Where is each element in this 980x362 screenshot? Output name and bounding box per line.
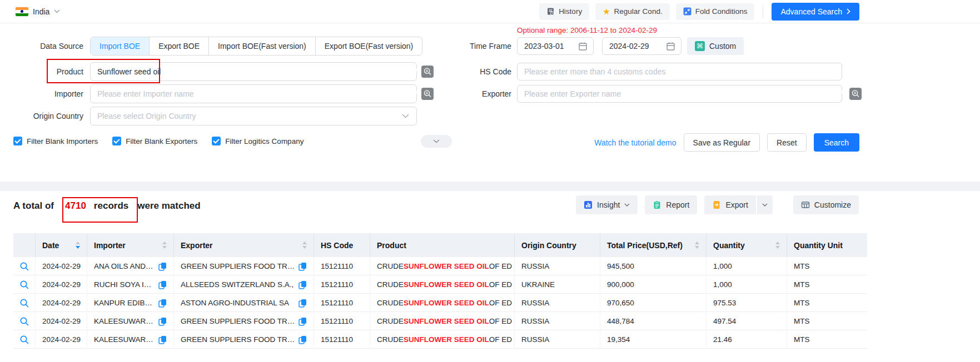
advanced-search-button[interactable]: Advanced Search [772, 3, 859, 21]
tab-export-boe-fast-version-[interactable]: Export BOE(Fast version) [315, 37, 422, 55]
table-row: 2024-02-29RUCHI SOYA INDUALLSEEDS SWITZE… [13, 275, 867, 294]
search-button[interactable]: Search [814, 133, 859, 152]
copy-icon[interactable] [295, 299, 307, 308]
history-button[interactable]: History [539, 3, 589, 20]
sort-icon[interactable] [690, 242, 699, 249]
sort-icon[interactable] [71, 242, 80, 249]
translate-lines [839, 90, 844, 95]
copy-icon[interactable] [155, 262, 167, 271]
save-as-regular-button[interactable]: Save as Regular [684, 133, 760, 152]
checkbox-checked-icon[interactable] [212, 137, 221, 145]
row-detail-search-icon[interactable] [19, 298, 29, 308]
checkbox-filter-blank-importers[interactable]: Filter Blank Importers [13, 137, 98, 145]
export-button[interactable]: Export [704, 195, 755, 214]
copy-icon[interactable] [295, 262, 307, 271]
row-detail-search-icon[interactable] [19, 262, 29, 272]
record-count: 4710 [65, 200, 86, 211]
column-header-total_price[interactable]: Total Price(USD,Ref) [600, 233, 707, 257]
sort-icon[interactable] [298, 242, 307, 249]
cell-date: 2024-02-29 [36, 257, 87, 275]
date-start-input[interactable]: 2023-03-01 [517, 37, 594, 55]
cell-text: GREEN SUPPLIERS FOOD TRADI... [181, 317, 295, 325]
fold-conditions-button[interactable]: Fold Conditions [676, 3, 755, 20]
section-divider [0, 182, 980, 191]
cell-text: KANPUR EDIBLES [94, 299, 155, 307]
copy-icon[interactable] [295, 317, 307, 326]
origin-country-input[interactable] [90, 107, 417, 125]
cell-origin: UKRAINE [515, 275, 600, 294]
row-detail-search-icon[interactable] [19, 335, 29, 345]
batch-search-icon[interactable] [849, 88, 862, 100]
product-input[interactable] [90, 62, 417, 81]
tutorial-link[interactable]: Watch the tutorial demo [594, 138, 676, 147]
collapse-panel-button[interactable] [421, 135, 452, 148]
cell-text: RUCHI SOYA INDU [94, 280, 155, 289]
summary-prefix: A total of [13, 200, 54, 211]
export-options-button[interactable] [757, 195, 773, 214]
hs-code-input[interactable] [517, 63, 842, 81]
report-button[interactable]: Report [645, 195, 697, 214]
sort-icon[interactable] [158, 242, 167, 249]
translate-lines [414, 68, 419, 73]
chevron-down-icon [433, 139, 440, 143]
origin-country-label: Origin Country [0, 107, 83, 125]
column-label: Importer [94, 241, 126, 250]
command-icon: ⌘ [695, 41, 705, 51]
column-header-quantity[interactable]: Quantity [707, 233, 787, 257]
cell-text: ALLSEEDS SWITZERLAND S.A., [181, 280, 293, 289]
checkbox-label: Filter Blank Exporters [126, 137, 197, 145]
tab-import-boe-fast-version-[interactable]: Import BOE(Fast version) [208, 37, 315, 55]
cell-exporter: ALLSEEDS SWITZERLAND S.A., [174, 275, 314, 294]
exporter-label: Exporter [428, 84, 511, 103]
column-header-exporter[interactable]: Exporter [174, 233, 314, 257]
cell-importer: KALEESUWARI REF [87, 312, 174, 330]
origin-country-select[interactable] [90, 107, 417, 125]
cell-total_price: 19,354 [600, 330, 707, 349]
translate-lines [414, 90, 419, 95]
cell-date: 2024-02-29 [36, 312, 87, 330]
checkbox-filter-logitics-company[interactable]: Filter Logitics Company [212, 137, 304, 145]
customize-label: Customize [814, 200, 851, 209]
custom-button[interactable]: ⌘ Custom [687, 37, 744, 55]
advanced-search-label: Advanced Search [780, 7, 842, 16]
insight-button[interactable]: Insight [576, 195, 638, 214]
history-label: History [559, 7, 582, 16]
customize-button[interactable]: Customize [793, 195, 859, 214]
regular-cond-label: Regular Cond. [614, 7, 663, 16]
date-start-value: 2023-03-01 [524, 42, 564, 51]
column-header-date[interactable]: Date [36, 233, 87, 257]
export-split-button: Export [704, 195, 772, 214]
checkbox-checked-icon[interactable] [13, 137, 22, 145]
tab-import-boe[interactable]: Import BOE [91, 37, 149, 55]
cell-hs_code: 15121110 [314, 312, 370, 330]
column-header-importer[interactable]: Importer [87, 233, 174, 257]
country-selector[interactable]: India [16, 7, 60, 16]
column-header-origin: Origin Country [515, 233, 600, 257]
column-label: Date [42, 241, 59, 250]
highlighted-keyword: SUNFLOWER SEED OIL [404, 317, 489, 325]
row-detail-search-icon[interactable] [19, 280, 29, 290]
copy-icon[interactable] [155, 317, 167, 326]
copy-icon[interactable] [295, 335, 307, 344]
importer-input[interactable] [90, 84, 417, 103]
copy-icon[interactable] [155, 335, 167, 344]
column-label: Quantity Unit [794, 241, 843, 250]
cell-action [13, 275, 36, 294]
copy-icon[interactable] [155, 299, 167, 308]
chevron-down-icon [402, 114, 409, 118]
tab-export-boe[interactable]: Export BOE [149, 37, 208, 55]
row-detail-search-icon[interactable] [19, 316, 29, 326]
exporter-input[interactable] [517, 85, 842, 103]
date-end-input[interactable]: 2024-02-29 [602, 37, 681, 55]
table-row: 2024-02-29KALEESUWARI REFGREEN SUPPLIERS… [13, 330, 867, 349]
insight-label: Insight [597, 200, 620, 209]
cell-hs_code: 15121110 [314, 257, 370, 275]
regular-cond-button[interactable]: ★ Regular Cond. [595, 3, 670, 20]
chevron-right-icon [847, 8, 850, 14]
copy-icon[interactable] [295, 280, 307, 289]
reset-button[interactable]: Reset [767, 133, 807, 152]
checkbox-checked-icon[interactable] [112, 137, 121, 145]
sort-icon[interactable] [771, 242, 780, 249]
checkbox-filter-blank-exporters[interactable]: Filter Blank Exporters [112, 137, 197, 145]
copy-icon[interactable] [155, 280, 167, 289]
